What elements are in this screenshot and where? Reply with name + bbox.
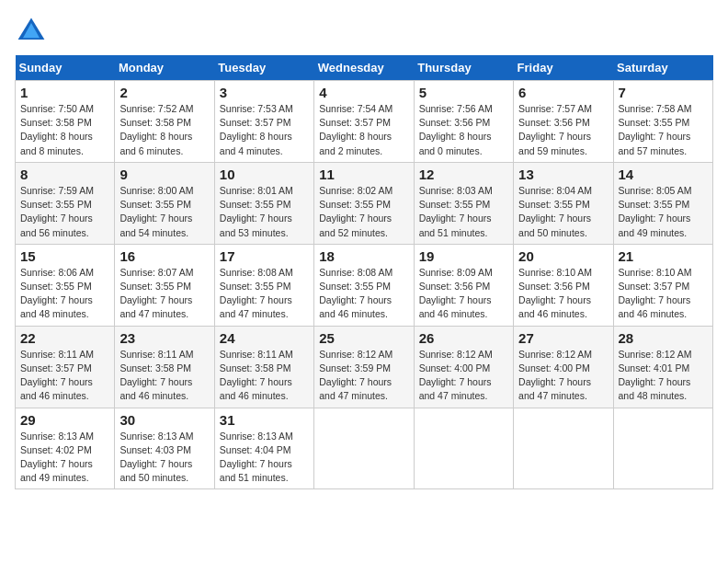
calendar-cell: [414, 408, 513, 489]
calendar-week-row: 15Sunrise: 8:06 AMSunset: 3:55 PMDayligh…: [16, 244, 713, 326]
day-info: Sunrise: 8:02 AMSunset: 3:55 PMDaylight:…: [319, 185, 392, 238]
calendar-cell: 30Sunrise: 8:13 AMSunset: 4:03 PMDayligh…: [115, 408, 214, 489]
calendar-cell: 7Sunrise: 7:58 AMSunset: 3:55 PMDaylight…: [613, 81, 712, 163]
day-info: Sunrise: 8:12 AMSunset: 3:59 PMDaylight:…: [319, 349, 392, 402]
calendar-cell: 31Sunrise: 8:13 AMSunset: 4:04 PMDayligh…: [214, 408, 313, 489]
page-header: [15, 15, 713, 48]
day-number: 13: [518, 167, 608, 182]
day-number: 26: [419, 330, 508, 346]
calendar-cell: 14Sunrise: 8:05 AMSunset: 3:55 PMDayligh…: [613, 162, 712, 244]
calendar-header-row: SundayMondayTuesdayWednesdayThursdayFrid…: [16, 55, 713, 81]
day-info: Sunrise: 7:52 AMSunset: 3:58 PMDaylight:…: [119, 103, 193, 156]
day-info: Sunrise: 8:08 AMSunset: 3:55 PMDaylight:…: [319, 267, 392, 320]
calendar-week-row: 22Sunrise: 8:11 AMSunset: 3:57 PMDayligh…: [16, 326, 713, 408]
day-number: 20: [518, 248, 608, 264]
day-info: Sunrise: 8:01 AMSunset: 3:55 PMDaylight:…: [220, 185, 293, 238]
day-info: Sunrise: 8:06 AMSunset: 3:55 PMDaylight:…: [20, 267, 94, 320]
calendar-cell: 12Sunrise: 8:03 AMSunset: 3:55 PMDayligh…: [414, 162, 513, 244]
day-info: Sunrise: 8:11 AMSunset: 3:58 PMDaylight:…: [119, 349, 193, 402]
day-number: 19: [419, 248, 508, 264]
calendar-cell: 2Sunrise: 7:52 AMSunset: 3:58 PMDaylight…: [115, 81, 214, 163]
calendar-cell: 28Sunrise: 8:12 AMSunset: 4:01 PMDayligh…: [613, 326, 712, 408]
calendar-table: SundayMondayTuesdayWednesdayThursdayFrid…: [15, 55, 713, 489]
calendar-cell: [314, 408, 414, 489]
day-info: Sunrise: 7:50 AMSunset: 3:58 PMDaylight:…: [20, 103, 94, 156]
day-number: 29: [20, 412, 109, 428]
day-info: Sunrise: 8:10 AMSunset: 3:56 PMDaylight:…: [518, 267, 592, 320]
calendar-cell: 23Sunrise: 8:11 AMSunset: 3:58 PMDayligh…: [115, 326, 214, 408]
calendar-cell: 20Sunrise: 8:10 AMSunset: 3:56 PMDayligh…: [514, 244, 613, 326]
day-number: 31: [220, 412, 309, 428]
day-info: Sunrise: 8:10 AMSunset: 3:57 PMDaylight:…: [619, 267, 692, 320]
day-number: 27: [518, 330, 608, 346]
day-info: Sunrise: 8:09 AMSunset: 3:56 PMDaylight:…: [419, 267, 493, 320]
day-info: Sunrise: 8:12 AMSunset: 4:01 PMDaylight:…: [619, 349, 692, 402]
day-number: 10: [220, 167, 309, 182]
day-info: Sunrise: 8:11 AMSunset: 3:58 PMDaylight:…: [220, 349, 293, 402]
header-friday: Friday: [514, 55, 613, 81]
day-number: 25: [319, 330, 408, 346]
day-number: 8: [20, 167, 109, 182]
calendar-cell: 16Sunrise: 8:07 AMSunset: 3:55 PMDayligh…: [115, 244, 214, 326]
calendar-cell: 27Sunrise: 8:12 AMSunset: 4:00 PMDayligh…: [514, 326, 613, 408]
logo: [15, 15, 51, 48]
calendar-week-row: 1Sunrise: 7:50 AMSunset: 3:58 PMDaylight…: [16, 81, 713, 163]
day-number: 1: [20, 85, 109, 100]
calendar-cell: 19Sunrise: 8:09 AMSunset: 3:56 PMDayligh…: [414, 244, 513, 326]
day-number: 17: [220, 248, 309, 264]
header-saturday: Saturday: [613, 55, 712, 81]
calendar-cell: 9Sunrise: 8:00 AMSunset: 3:55 PMDaylight…: [115, 162, 214, 244]
day-info: Sunrise: 7:54 AMSunset: 3:57 PMDaylight:…: [319, 103, 392, 156]
day-info: Sunrise: 7:57 AMSunset: 3:56 PMDaylight:…: [518, 103, 592, 156]
day-number: 14: [619, 167, 708, 182]
day-info: Sunrise: 8:05 AMSunset: 3:55 PMDaylight:…: [619, 185, 692, 238]
day-number: 3: [220, 85, 309, 100]
day-number: 22: [20, 330, 109, 346]
day-info: Sunrise: 8:13 AMSunset: 4:04 PMDaylight:…: [220, 431, 293, 484]
day-number: 23: [119, 330, 209, 346]
day-info: Sunrise: 8:08 AMSunset: 3:55 PMDaylight:…: [220, 267, 293, 320]
calendar-week-row: 8Sunrise: 7:59 AMSunset: 3:55 PMDaylight…: [16, 162, 713, 244]
day-info: Sunrise: 8:12 AMSunset: 4:00 PMDaylight:…: [419, 349, 493, 402]
day-number: 11: [319, 167, 408, 182]
day-info: Sunrise: 8:03 AMSunset: 3:55 PMDaylight:…: [419, 185, 493, 238]
calendar-cell: 17Sunrise: 8:08 AMSunset: 3:55 PMDayligh…: [214, 244, 313, 326]
day-info: Sunrise: 8:12 AMSunset: 4:00 PMDaylight:…: [518, 349, 592, 402]
day-number: 5: [419, 85, 508, 100]
calendar-cell: 13Sunrise: 8:04 AMSunset: 3:55 PMDayligh…: [514, 162, 613, 244]
calendar-cell: 1Sunrise: 7:50 AMSunset: 3:58 PMDaylight…: [16, 81, 115, 163]
day-number: 15: [20, 248, 109, 264]
logo-icon: [15, 15, 48, 48]
day-number: 18: [319, 248, 408, 264]
calendar-cell: 29Sunrise: 8:13 AMSunset: 4:02 PMDayligh…: [16, 408, 115, 489]
day-number: 6: [518, 85, 608, 100]
header-wednesday: Wednesday: [314, 55, 414, 81]
calendar-cell: 6Sunrise: 7:57 AMSunset: 3:56 PMDaylight…: [514, 81, 613, 163]
header-tuesday: Tuesday: [214, 55, 313, 81]
header-sunday: Sunday: [16, 55, 115, 81]
calendar-cell: 24Sunrise: 8:11 AMSunset: 3:58 PMDayligh…: [214, 326, 313, 408]
day-info: Sunrise: 7:56 AMSunset: 3:56 PMDaylight:…: [419, 103, 493, 156]
calendar-cell: 21Sunrise: 8:10 AMSunset: 3:57 PMDayligh…: [613, 244, 712, 326]
day-number: 24: [220, 330, 309, 346]
calendar-cell: 25Sunrise: 8:12 AMSunset: 3:59 PMDayligh…: [314, 326, 414, 408]
day-number: 4: [319, 85, 408, 100]
day-info: Sunrise: 8:00 AMSunset: 3:55 PMDaylight:…: [119, 185, 193, 238]
calendar-cell: 5Sunrise: 7:56 AMSunset: 3:56 PMDaylight…: [414, 81, 513, 163]
day-number: 28: [619, 330, 708, 346]
calendar-cell: 15Sunrise: 8:06 AMSunset: 3:55 PMDayligh…: [16, 244, 115, 326]
day-number: 21: [619, 248, 708, 264]
day-number: 16: [119, 248, 209, 264]
calendar-cell: 26Sunrise: 8:12 AMSunset: 4:00 PMDayligh…: [414, 326, 513, 408]
header-thursday: Thursday: [414, 55, 513, 81]
calendar-cell: 4Sunrise: 7:54 AMSunset: 3:57 PMDaylight…: [314, 81, 414, 163]
calendar-cell: 8Sunrise: 7:59 AMSunset: 3:55 PMDaylight…: [16, 162, 115, 244]
calendar-cell: 11Sunrise: 8:02 AMSunset: 3:55 PMDayligh…: [314, 162, 414, 244]
day-info: Sunrise: 8:04 AMSunset: 3:55 PMDaylight:…: [518, 185, 592, 238]
calendar-cell: 18Sunrise: 8:08 AMSunset: 3:55 PMDayligh…: [314, 244, 414, 326]
day-info: Sunrise: 7:53 AMSunset: 3:57 PMDaylight:…: [220, 103, 293, 156]
calendar-cell: [613, 408, 712, 489]
day-info: Sunrise: 8:07 AMSunset: 3:55 PMDaylight:…: [119, 267, 193, 320]
day-info: Sunrise: 7:58 AMSunset: 3:55 PMDaylight:…: [619, 103, 692, 156]
calendar-cell: 22Sunrise: 8:11 AMSunset: 3:57 PMDayligh…: [16, 326, 115, 408]
